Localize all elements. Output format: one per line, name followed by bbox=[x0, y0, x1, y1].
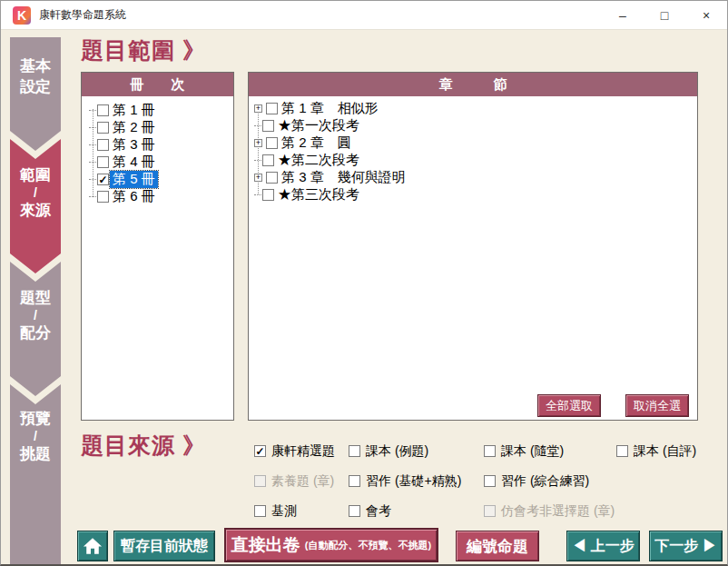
source-option[interactable]: 習作 (基礎+精熟) bbox=[348, 473, 483, 490]
tab-question-type-score[interactable]: 題型 / 配分 bbox=[10, 262, 61, 396]
deselect-all-button[interactable]: 取消全選 bbox=[625, 394, 689, 417]
source-checkbox[interactable] bbox=[484, 475, 496, 487]
volume-row[interactable]: 第 4 冊 bbox=[89, 154, 231, 171]
expand-icon[interactable]: + bbox=[254, 104, 262, 113]
volumes-tree: 第 1 冊 第 2 冊 第 3 冊 第 4 冊 ✓ bbox=[82, 96, 233, 205]
expand-icon[interactable]: + bbox=[254, 174, 262, 182]
previous-step-button[interactable]: ◀ 上一步 bbox=[566, 531, 640, 561]
home-button[interactable] bbox=[77, 531, 108, 561]
sources-row: 素養題 (章) 習作 (基礎+精熟) 習作 (綜合練習) bbox=[253, 466, 724, 496]
source-label: 課本 (自評) bbox=[634, 443, 696, 460]
volume-checkbox[interactable] bbox=[97, 104, 109, 116]
volume-checkbox[interactable] bbox=[97, 122, 109, 134]
volume-checkbox[interactable] bbox=[97, 139, 109, 151]
chapter-checkbox[interactable] bbox=[262, 189, 274, 201]
volume-label[interactable]: 第 1 冊 bbox=[110, 102, 158, 119]
expand-icon[interactable]: + bbox=[254, 139, 262, 147]
tab-preview-pick[interactable]: 預覽 / 挑題 bbox=[10, 384, 61, 566]
chapter-label[interactable]: ★第一次段考 bbox=[275, 117, 362, 134]
volume-row[interactable]: 第 2 冊 bbox=[89, 119, 231, 136]
source-option-disabled: 素養題 (章) bbox=[253, 473, 348, 490]
volume-row[interactable]: 第 1 冊 bbox=[89, 102, 231, 119]
save-current-state-button[interactable]: 暫存目前狀態 bbox=[113, 531, 215, 561]
tree-connector bbox=[254, 125, 261, 126]
source-option[interactable]: 課本 (例題) bbox=[348, 443, 483, 460]
source-option[interactable]: 課本 (自評) bbox=[615, 443, 724, 460]
chapter-checkbox[interactable] bbox=[266, 172, 278, 184]
tab-label-line: 預覽 bbox=[10, 408, 61, 429]
volume-label[interactable]: 第 3 冊 bbox=[110, 136, 158, 154]
tree-connector bbox=[254, 160, 261, 161]
scope-section-heading: 題目範圍 》 bbox=[81, 35, 206, 65]
volume-checkbox-checked[interactable]: ✓ bbox=[97, 174, 109, 185]
tab-basic-settings[interactable]: 基本 設定 bbox=[10, 37, 61, 151]
chapter-label[interactable]: 第 1 章 相似形 bbox=[279, 100, 381, 117]
maximize-button[interactable]: □ bbox=[644, 1, 685, 29]
chapter-row[interactable]: ★第一次段考 bbox=[254, 117, 695, 134]
volume-label[interactable]: 第 2 冊 bbox=[110, 119, 158, 136]
chapter-label[interactable]: 第 2 章 圓 bbox=[279, 134, 354, 152]
sources-row: 基測 會考 仿會考非選擇題 (章) bbox=[253, 496, 724, 526]
tree-connector bbox=[89, 179, 96, 180]
source-label: 仿會考非選擇題 (章) bbox=[501, 503, 615, 520]
source-option[interactable]: 基測 bbox=[253, 503, 348, 520]
chapter-label[interactable]: ★第二次段考 bbox=[275, 152, 362, 169]
close-button[interactable]: × bbox=[685, 1, 727, 29]
source-checkbox[interactable] bbox=[616, 445, 628, 457]
next-step-button[interactable]: 下一步 ▶ bbox=[649, 531, 723, 561]
volume-label[interactable]: 第 5 冊 bbox=[110, 171, 158, 188]
source-checkbox[interactable] bbox=[484, 445, 496, 457]
source-checkbox[interactable] bbox=[349, 475, 360, 487]
minimize-button[interactable]: – bbox=[602, 1, 644, 29]
chapter-checkbox[interactable] bbox=[266, 137, 278, 149]
app-window: K 康軒數學命題系統 – □ × 基本 設定 範圍 / 來源 題型 / 配分 預… bbox=[0, 0, 728, 566]
chapter-checkbox[interactable] bbox=[266, 103, 278, 114]
chapters-panel: 章 節 + 第 1 章 相似形 ★第一次段考 + 第 2 章 圓 ★第二次 bbox=[248, 72, 698, 421]
source-checkbox[interactable] bbox=[349, 505, 360, 517]
select-all-button[interactable]: 全部選取 bbox=[537, 394, 601, 417]
chapters-panel-header: 章 節 bbox=[249, 73, 697, 96]
tree-connector bbox=[89, 144, 96, 145]
chapter-row[interactable]: + 第 1 章 相似形 bbox=[254, 100, 695, 117]
source-checkbox-checked[interactable]: ✓ bbox=[254, 445, 266, 457]
tree-connector bbox=[89, 162, 96, 163]
chapter-row[interactable]: + 第 3 章 幾何與證明 bbox=[254, 169, 695, 186]
volume-row-selected[interactable]: ✓ 第 5 冊 bbox=[89, 171, 231, 188]
source-option[interactable]: 會考 bbox=[348, 503, 483, 520]
volume-checkbox[interactable] bbox=[97, 191, 109, 203]
source-checkbox[interactable] bbox=[349, 445, 360, 457]
chapter-checkbox[interactable] bbox=[262, 154, 274, 166]
sources-grid: ✓ 康軒精選題 課本 (例題) 課本 (隨堂) 課本 (自評) 素養題 (章) bbox=[253, 436, 724, 526]
tree-connector bbox=[89, 110, 96, 111]
source-option[interactable]: ✓ 康軒精選題 bbox=[253, 443, 348, 460]
tab-label-line: 題型 bbox=[10, 287, 61, 308]
tab-label-line: 配分 bbox=[10, 323, 61, 343]
direct-generate-button[interactable]: 直接出卷 (自動配分、不預覽、不挑題) bbox=[224, 528, 438, 562]
source-checkbox[interactable] bbox=[254, 505, 266, 517]
chapter-label[interactable]: 第 3 章 幾何與證明 bbox=[279, 169, 408, 186]
source-label: 基測 bbox=[271, 503, 297, 520]
source-option[interactable]: 習作 (綜合練習) bbox=[483, 473, 615, 490]
tab-label-line: / bbox=[10, 185, 61, 200]
source-label: 素養題 (章) bbox=[271, 473, 334, 490]
tab-label-line: 來源 bbox=[10, 200, 61, 221]
volume-row[interactable]: 第 3 冊 bbox=[89, 136, 231, 154]
volume-label[interactable]: 第 4 冊 bbox=[110, 154, 158, 171]
chapter-label[interactable]: ★第三次段考 bbox=[275, 186, 362, 204]
check-icon: ✓ bbox=[255, 447, 264, 456]
volume-label[interactable]: 第 6 冊 bbox=[110, 188, 158, 205]
chapter-row[interactable]: ★第三次段考 bbox=[254, 186, 695, 204]
sources-section-heading: 題目來源 》 bbox=[81, 431, 206, 461]
volume-row[interactable]: 第 6 冊 bbox=[89, 188, 231, 205]
tab-scope-source[interactable]: 範圍 / 來源 bbox=[10, 139, 61, 273]
title-bar: K 康軒數學命題系統 – □ × bbox=[1, 1, 727, 30]
source-label: 康軒精選題 bbox=[271, 443, 335, 460]
source-option[interactable]: 課本 (隨堂) bbox=[483, 443, 615, 460]
chapter-checkbox[interactable] bbox=[262, 120, 274, 132]
chapter-row[interactable]: + 第 2 章 圓 bbox=[254, 134, 695, 152]
chapter-row[interactable]: ★第二次段考 bbox=[254, 152, 695, 169]
app-icon: K bbox=[13, 6, 31, 25]
tab-label-line: 設定 bbox=[10, 76, 61, 97]
numbered-question-button[interactable]: 編號命題 bbox=[456, 531, 539, 561]
volume-checkbox[interactable] bbox=[97, 156, 109, 168]
